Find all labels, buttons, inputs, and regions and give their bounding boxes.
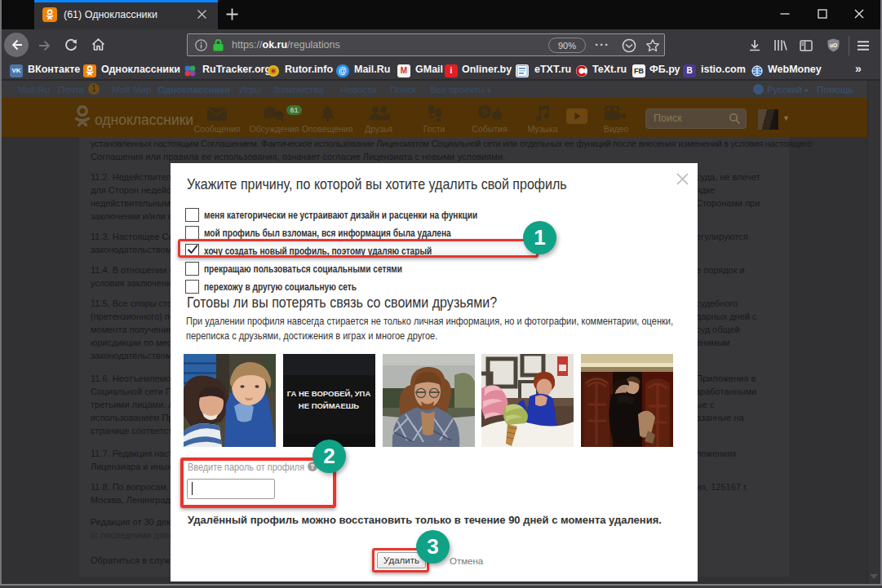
- svg-text:НЕ ПОЙМАЕШЬ: НЕ ПОЙМАЕШЬ: [299, 401, 360, 410]
- svg-text:uO: uO: [830, 42, 837, 48]
- svg-text:5: 5: [482, 107, 487, 117]
- svg-text:ГА НЕ ВОРОБЕЙ, УПА: ГА НЕ ВОРОБЕЙ, УПА: [287, 389, 371, 398]
